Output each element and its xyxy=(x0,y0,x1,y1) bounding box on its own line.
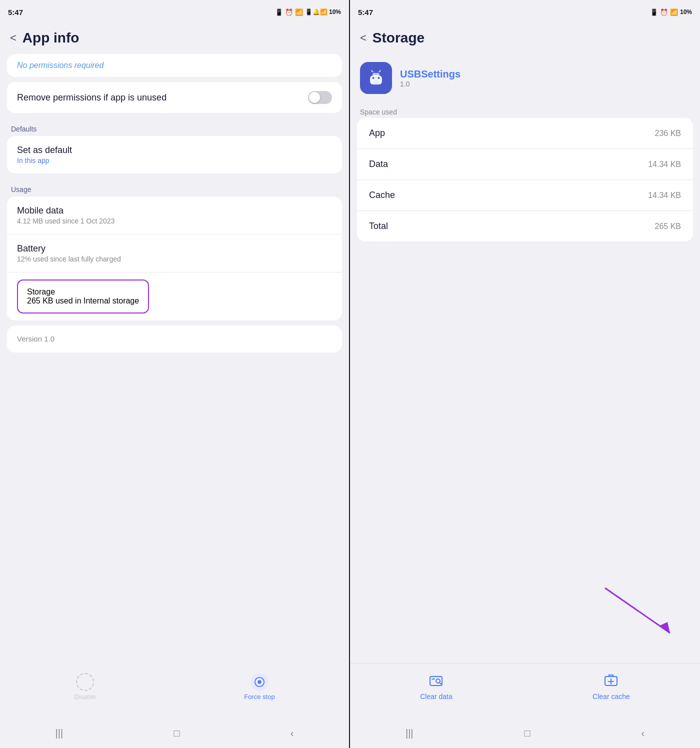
disable-button[interactable]: Disable xyxy=(74,673,96,700)
no-permissions-text: No permissions required xyxy=(7,54,342,77)
status-bar-right: 5:47 📱 ⏰ 📶 10% xyxy=(350,0,700,24)
force-stop-icon xyxy=(250,673,268,691)
set-as-default-title: Set as default xyxy=(17,145,72,156)
bottom-action-bar: Clear data Clear cache xyxy=(350,663,700,718)
mobile-data-text: Mobile data 4.12 MB used since 1 Oct 202… xyxy=(17,206,114,225)
set-as-default-item[interactable]: Set as default In this app xyxy=(7,136,342,174)
app-icon xyxy=(360,62,392,94)
svg-point-7 xyxy=(378,77,380,79)
nav-home-left[interactable]: □ xyxy=(174,728,180,739)
space-used-label: Space used xyxy=(350,104,700,118)
usage-card: Mobile data 4.12 MB used since 1 Oct 202… xyxy=(7,196,342,320)
storage-title: Storage xyxy=(27,288,139,296)
disable-label: Disable xyxy=(74,693,96,700)
storage-highlight-box: Storage 265 KB used in Internal storage xyxy=(17,280,149,314)
storage-value-total: 265 KB xyxy=(655,222,681,231)
storage-row-total: Total 265 KB xyxy=(357,211,693,242)
svg-rect-5 xyxy=(370,76,382,84)
no-permissions-card: No permissions required xyxy=(7,54,342,77)
svg-point-2 xyxy=(258,680,261,684)
storage-row-data: Data 14.34 KB xyxy=(357,149,693,180)
set-as-default-subtitle: In this app xyxy=(17,156,72,164)
storage-name-app: App xyxy=(369,128,385,138)
usage-section-label: Usage xyxy=(7,178,342,196)
app-name-version: USBSettings 1.0 xyxy=(400,68,460,88)
nav-recents-left[interactable]: ||| xyxy=(56,728,64,739)
status-icons-left: 📱 ⏰ 📶 📱🔔📶 10% xyxy=(275,8,341,16)
arrow-container xyxy=(350,246,700,663)
page-header-left: < App info xyxy=(0,24,349,54)
left-panel: 5:47 📱 ⏰ 📶 📱🔔📶 10% < App info No permiss… xyxy=(0,0,350,748)
remove-permissions-title: Remove permissions if app is unused xyxy=(17,92,166,103)
status-icons-right: 📱 ⏰ 📶 10% xyxy=(650,8,692,16)
nav-bar-right: ||| □ ‹ xyxy=(350,718,700,748)
storage-name-data: Data xyxy=(369,159,388,170)
svg-line-10 xyxy=(379,70,380,72)
storage-name-total: Total xyxy=(369,221,388,232)
mobile-data-title: Mobile data xyxy=(17,206,114,216)
storage-value-data: 14.34 KB xyxy=(648,160,681,169)
remove-permissions-toggle[interactable] xyxy=(308,91,332,104)
svg-line-11 xyxy=(605,588,670,633)
force-stop-button[interactable]: Force stop xyxy=(244,673,274,700)
set-as-default-card[interactable]: Set as default In this app xyxy=(7,136,342,174)
clear-data-label: Clear data xyxy=(420,692,452,700)
arrow-svg xyxy=(595,578,695,648)
clear-cache-button[interactable]: Clear cache xyxy=(592,672,630,700)
clear-data-button[interactable]: Clear data xyxy=(420,672,452,700)
storage-table: App 236 KB Data 14.34 KB Cache 14.34 KB … xyxy=(357,118,693,242)
app-version: 1.0 xyxy=(400,80,460,88)
version-text: Version 1.0 xyxy=(17,334,54,343)
app-name: USBSettings xyxy=(400,68,460,80)
set-as-default-text: Set as default In this app xyxy=(17,145,72,164)
force-stop-label: Force stop xyxy=(244,693,274,700)
bottom-nav-left: Disable Force stop xyxy=(0,668,349,718)
page-header-right: < Storage xyxy=(350,24,700,54)
nav-back-right[interactable]: ‹ xyxy=(641,728,644,739)
defaults-section-label: Defaults xyxy=(7,118,342,136)
storage-row-app: App 236 KB xyxy=(357,118,693,149)
clear-data-icon xyxy=(427,672,445,690)
version-card: Version 1.0 xyxy=(7,326,342,352)
battery-title: Battery xyxy=(17,244,121,254)
svg-point-6 xyxy=(372,77,374,79)
remove-permissions-card[interactable]: Remove permissions if app is unused xyxy=(7,82,342,113)
svg-line-9 xyxy=(372,70,373,72)
back-button-right[interactable]: < xyxy=(360,32,366,44)
nav-bar-left: ||| □ ‹ xyxy=(0,718,349,748)
remove-permissions-item[interactable]: Remove permissions if app is unused xyxy=(7,82,342,113)
right-panel: 5:47 📱 ⏰ 📶 10% < Storage xyxy=(350,0,700,748)
nav-recents-right[interactable]: ||| xyxy=(406,728,414,739)
spacer-right xyxy=(350,246,700,663)
battery-text: Battery 12% used since last fully charge… xyxy=(17,244,121,263)
storage-value-cache: 14.34 KB xyxy=(648,191,681,200)
mobile-data-subtitle: 4.12 MB used since 1 Oct 2023 xyxy=(17,217,114,225)
page-title-left: App info xyxy=(22,30,80,46)
storage-subtitle: 265 KB used in Internal storage xyxy=(27,296,139,306)
status-time-right: 5:47 xyxy=(358,8,373,16)
status-bar-left: 5:47 📱 ⏰ 📶 📱🔔📶 10% xyxy=(0,0,349,24)
nav-home-right[interactable]: □ xyxy=(524,728,530,739)
battery-subtitle: 12% used since last fully charged xyxy=(17,255,121,263)
app-info-row: USBSettings 1.0 xyxy=(350,54,700,104)
storage-item[interactable]: Storage 265 KB used in Internal storage xyxy=(7,272,342,320)
svg-rect-8 xyxy=(372,73,380,76)
storage-value-app: 236 KB xyxy=(655,129,681,138)
disable-icon xyxy=(76,673,94,691)
remove-permissions-text: Remove permissions if app is unused xyxy=(17,92,166,103)
battery-item[interactable]: Battery 12% used since last fully charge… xyxy=(7,234,342,272)
status-time-left: 5:47 xyxy=(8,8,23,16)
mobile-data-item[interactable]: Mobile data 4.12 MB used since 1 Oct 202… xyxy=(7,196,342,234)
storage-name-cache: Cache xyxy=(369,190,395,200)
storage-row-cache: Cache 14.34 KB xyxy=(357,180,693,211)
svg-line-15 xyxy=(440,682,441,684)
clear-cache-label: Clear cache xyxy=(592,692,630,700)
page-title-right: Storage xyxy=(372,30,424,46)
clear-cache-icon xyxy=(602,672,620,690)
nav-back-left[interactable]: ‹ xyxy=(290,728,294,739)
back-button-left[interactable]: < xyxy=(10,32,16,44)
scroll-area-left: No permissions required Remove permissio… xyxy=(0,54,349,668)
